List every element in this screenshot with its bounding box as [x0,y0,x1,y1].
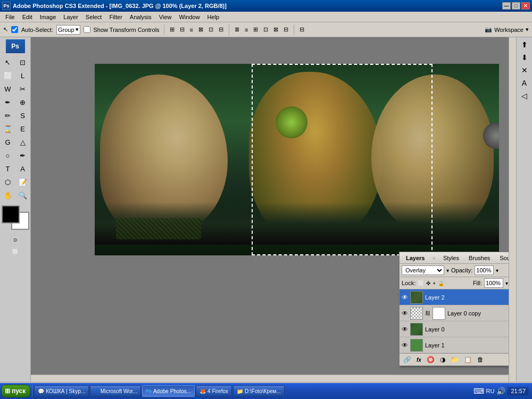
quick-mask-tool[interactable]: ⊙ [3,235,28,245]
layer-item-1[interactable]: 👁 Layer 1 [400,337,510,353]
link-layers-button[interactable]: 🔗 [402,355,413,364]
blend-mode-arrow[interactable]: ▾ [446,268,449,273]
brush-tool[interactable]: ✏ [1,109,15,122]
dodge-tool[interactable]: ○ [1,149,15,162]
minimize-button[interactable]: — [502,2,511,10]
lock-icon[interactable]: 🔒 [438,280,444,286]
opacity-input[interactable] [475,265,494,275]
fill-arrow[interactable]: ▾ [505,280,508,286]
lock-all-icon[interactable]: + [433,280,436,286]
menu-select[interactable]: Select [82,13,105,21]
layer-1-visibility[interactable]: 👁 [402,342,408,349]
layer-2-visibility[interactable]: 👁 [402,294,408,301]
lock-pixels-icon[interactable]: ⬜ [418,280,424,286]
lock-position-icon[interactable]: ✜ [426,280,430,286]
layer-0-visibility[interactable]: 👁 [402,326,408,333]
menu-analysis[interactable]: Analysis [127,13,155,21]
right-panel-btn-4[interactable]: A [521,78,528,88]
autoselect-checkbox[interactable] [11,26,18,33]
magic-wand-tool[interactable]: W [1,82,15,95]
heal-tool[interactable]: ⊕ [16,96,30,109]
layer-item-0[interactable]: 👁 Layer 0 [400,321,510,337]
clone-tool[interactable]: S [16,109,30,122]
maximize-button[interactable]: □ [512,2,520,10]
menu-help[interactable]: Help [204,13,223,21]
start-button[interactable]: ⊞ пуск [1,385,30,397]
taskbar-btn-firefox[interactable]: 🦊 4 Firefox [196,385,232,397]
layer-item-0-copy[interactable]: 👁 ⛓ Layer 0 copy [400,305,510,321]
transform-checkbox[interactable] [84,26,90,33]
taskbar-btn-word[interactable]: W Microsoft Wor... [90,385,141,397]
menu-file[interactable]: File [2,13,18,21]
layer-0-copy-visibility[interactable]: 👁 [402,310,408,317]
menu-layer[interactable]: Layer [60,13,81,21]
crop-tool[interactable]: ✂ [16,82,30,95]
artboard-tool[interactable]: ⊡ [16,56,30,69]
blur-tool[interactable]: △ [16,136,30,148]
pen-tool[interactable]: ✒ [16,149,30,162]
right-panel-btn-2[interactable]: ⬇ [520,52,529,63]
layer-item-2[interactable]: 👁 Layer 2 [400,289,510,305]
extra-icon[interactable]: ⊟ [298,26,305,33]
foreground-color[interactable] [2,205,20,223]
gradient-tool[interactable]: G [1,136,15,148]
tab-brushes[interactable]: Brushes [466,254,493,262]
folder-icon: 📁 [237,388,243,394]
align-icon-3[interactable]: ≡ [189,27,194,33]
new-group-button[interactable]: 📁 [449,355,460,364]
move-tool[interactable]: ↖ [1,56,15,69]
menu-view[interactable]: View [156,13,175,21]
taskbar-btn-photoshop[interactable]: Ps Adobe Photos... [142,385,195,397]
menu-edit[interactable]: Edit [19,13,36,21]
notes-tool[interactable]: 📝 [16,176,30,188]
align-icon-1[interactable]: ⊞ [169,26,176,33]
eraser-tool[interactable]: E [16,122,30,135]
opacity-arrow[interactable]: ▾ [496,268,498,273]
zoom-tool[interactable]: 🔍 [16,189,30,202]
marquee-tool[interactable]: ⬜ [1,69,15,82]
dist-icon-4[interactable]: ⊡ [262,26,269,33]
menu-image[interactable]: Image [37,13,60,21]
align-icon-2[interactable]: ⊟ [179,26,186,33]
hand-tool[interactable]: ✋ [1,189,15,202]
horizontal-scrollbar[interactable] [31,375,509,382]
delete-layer-button[interactable]: 🗑 [476,355,485,364]
dist-icon-1[interactable]: ≣ [234,26,240,33]
workspace-dropdown-arrow[interactable]: ▾ [526,26,529,33]
align-icon-5[interactable]: ⊡ [207,26,214,33]
fx-button[interactable]: fx [415,356,423,363]
dist-icon-5[interactable]: ⊠ [272,26,279,33]
align-icon-6[interactable]: ⊟ [218,26,225,33]
tab-styles[interactable]: Styles [440,254,462,262]
right-panel-btn-1[interactable]: ⬆ [520,39,529,50]
dist-icon-2[interactable]: ≡ [244,27,249,33]
canvas-area[interactable]: Layers × Styles Brushes Source ✕ Overlay… [31,37,516,382]
dist-icon-3[interactable]: ⊞ [252,26,259,33]
eyedropper-tool[interactable]: ✒ [1,96,15,109]
shape-tool[interactable]: ⬡ [1,176,15,188]
menu-window[interactable]: Window [176,13,203,21]
right-panel-btn-5[interactable]: ◁ [520,90,528,101]
text-tool[interactable]: T [1,162,15,175]
tab-layers[interactable]: Layers [403,254,428,262]
path-tool[interactable]: A [16,162,30,175]
right-panel-btn-3[interactable]: ✕ [520,65,529,76]
lasso-tool[interactable]: L [16,69,30,82]
tray-icon-2[interactable]: 🔊 [496,387,505,395]
adjustment-button[interactable]: ◑ [438,355,447,364]
autoselect-dropdown[interactable]: Group ▾ [56,25,80,35]
close-button[interactable]: ✕ [521,2,530,10]
add-mask-button[interactable]: ⭕ [425,355,436,364]
new-layer-button[interactable]: 📋 [462,355,473,364]
history-brush-tool[interactable]: ⌛ [1,122,15,135]
menu-filter[interactable]: Filter [106,13,125,21]
align-icon-4[interactable]: ⊠ [197,26,204,33]
blend-mode-dropdown[interactable]: Overlay Normal Multiply Screen [402,265,444,275]
screen-mode-tool[interactable]: ⬜ [3,246,28,257]
vertical-scrollbar[interactable] [509,37,516,382]
tray-icon-1[interactable]: ⌨ [473,387,484,395]
taskbar-btn-folder[interactable]: 📁 D:\Foto\Крем... [233,385,285,397]
dist-icon-6[interactable]: ⊟ [282,26,289,33]
fill-input[interactable] [484,278,503,288]
taskbar-btn-skype[interactable]: 💬 КОШКА | Skyp... [34,385,89,397]
